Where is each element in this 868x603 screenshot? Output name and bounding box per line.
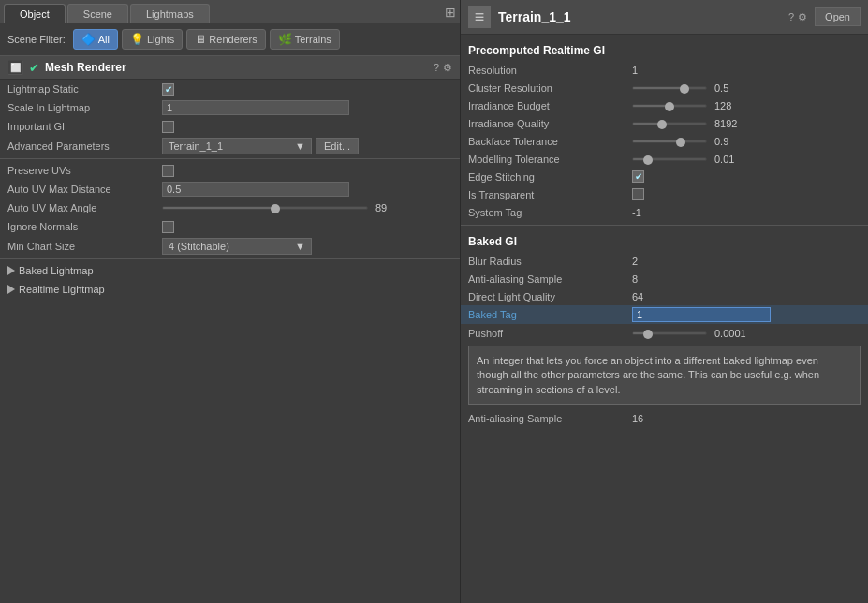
is-transparent-checkbox[interactable] — [632, 188, 644, 200]
cluster-resolution-label: Cluster Resolution — [468, 82, 632, 94]
edit-button[interactable]: Edit... — [316, 138, 359, 154]
gear-icon[interactable]: ⚙ — [443, 62, 452, 74]
min-chart-size-dropdown[interactable]: 4 (Stitchable) ▼ — [162, 238, 312, 255]
help-icon[interactable]: ? — [434, 62, 439, 74]
edge-stitching-checkbox[interactable]: ✔ — [632, 170, 644, 183]
filter-all[interactable]: 🔷 All — [73, 29, 118, 50]
irradiance-quality-track[interactable] — [632, 122, 707, 125]
backface-tolerance-track[interactable] — [632, 140, 707, 143]
modelling-tolerance-label: Modelling Tolerance — [468, 154, 632, 165]
anti-aliasing-sample-16-label: Anti-aliasing Sample — [468, 413, 632, 424]
preserve-uvs-label: Preserve UVs — [7, 165, 162, 176]
open-button[interactable]: Open — [815, 7, 861, 26]
anti-aliasing-sample-16-row: Anti-aliasing Sample 16 — [461, 409, 868, 427]
section-header-icons: ? ⚙ — [434, 62, 452, 74]
scale-in-lightmap-input[interactable] — [162, 100, 349, 115]
baked-lightmap-header[interactable]: Baked Lightmap — [0, 261, 460, 280]
irradiance-budget-track[interactable] — [632, 104, 707, 108]
realtime-lightmap-label: Realtime Lightmap — [19, 284, 105, 295]
min-chart-size-row: Min Chart Size 4 (Stitchable) ▼ — [0, 236, 460, 257]
scale-in-lightmap-label: Scale In Lightmap — [7, 102, 162, 113]
is-transparent-label: Is Transparent — [468, 189, 632, 200]
filter-terrains-label: Terrains — [295, 34, 331, 45]
system-tag-label: System Tag — [468, 207, 632, 218]
irradiance-budget-row: Irradiance Budget 128 — [461, 96, 868, 114]
blur-radius-label: Blur Radius — [468, 256, 632, 267]
important-gi-checkbox[interactable] — [162, 121, 174, 133]
irradiance-quality-label: Irradiance Quality — [468, 118, 632, 129]
cluster-resolution-track[interactable] — [632, 86, 707, 90]
anti-aliasing-sample-value: 8 — [632, 273, 638, 285]
ignore-normals-checkbox[interactable] — [162, 221, 174, 233]
lightmap-static-checkbox[interactable]: ✔ — [162, 83, 174, 96]
backface-tolerance-fill — [633, 140, 681, 142]
right-divider-1 — [461, 225, 868, 226]
cluster-resolution-thumb — [680, 84, 689, 94]
advanced-params-row: Advanced Parameters Terrain_1_1 ▼ Edit..… — [0, 136, 460, 156]
filter-terrains[interactable]: 🌿 Terrains — [270, 29, 340, 50]
auto-uv-angle-slider[interactable]: 89 — [162, 202, 452, 213]
tooltip-text: An integer that lets you force an object… — [477, 355, 819, 395]
cluster-resolution-value: 0.5 — [714, 82, 728, 94]
lightmap-static-row: Lightmap Static ✔ — [0, 80, 460, 98]
cluster-resolution-fill — [633, 87, 684, 89]
scene-filter-label: Scene Filter: — [7, 34, 66, 45]
pushoff-row: Pushoff 0.0001 — [461, 324, 868, 342]
backface-tolerance-value: 0.9 — [714, 136, 728, 147]
filter-all-label: All — [98, 34, 110, 45]
realtime-lightmap-triangle — [7, 285, 15, 294]
baked-tag-input[interactable] — [632, 307, 771, 322]
modelling-tolerance-thumb — [643, 155, 653, 165]
baked-lightmap-label: Baked Lightmap — [19, 265, 94, 276]
resolution-row: Resolution 1 — [461, 61, 868, 79]
scale-in-lightmap-row: Scale In Lightmap — [0, 98, 460, 117]
irradiance-budget-label: Irradiance Budget — [468, 100, 632, 111]
filter-renderers[interactable]: 🖥 Renderers — [186, 29, 265, 50]
tooltip-box: An integer that lets you force an object… — [468, 346, 861, 405]
direct-light-quality-row: Direct Light Quality 64 — [461, 287, 868, 305]
lights-icon: 💡 — [130, 33, 144, 46]
modelling-tolerance-track[interactable] — [632, 157, 707, 161]
edge-stitching-row: Edge Stitching ✔ — [461, 168, 868, 185]
important-gi-label: Important GI — [7, 121, 162, 132]
mesh-renderer-header: 🔲 ✔ Mesh Renderer ? ⚙ — [0, 55, 460, 80]
backface-tolerance-row: Backface Tolerance 0.9 — [461, 132, 868, 150]
pushoff-thumb — [643, 330, 653, 339]
baked-tag-label: Baked Tag — [468, 309, 632, 320]
backface-tolerance-label: Backface Tolerance — [468, 136, 632, 147]
dropdown-arrow: ▼ — [295, 140, 305, 152]
tab-lightmaps[interactable]: Lightmaps — [130, 4, 210, 23]
right-help-icon[interactable]: ? — [788, 11, 794, 23]
right-gear-icon[interactable]: ⚙ — [798, 11, 807, 23]
tab-scene[interactable]: Scene — [67, 4, 128, 23]
pushoff-track[interactable] — [632, 331, 707, 335]
system-tag-value: -1 — [632, 207, 641, 218]
component-checkbox[interactable]: ✔ — [29, 61, 39, 75]
cluster-resolution-row: Cluster Resolution 0.5 — [461, 79, 868, 96]
advanced-params-dropdown[interactable]: Terrain_1_1 ▼ — [162, 138, 312, 154]
realtime-lightmap-header[interactable]: Realtime Lightmap — [0, 280, 460, 299]
terrains-icon: 🌿 — [278, 33, 292, 46]
advanced-params-value: Terrain_1_1 — [169, 140, 223, 152]
preserve-uvs-row: Preserve UVs — [0, 161, 460, 180]
filter-renderers-label: Renderers — [209, 34, 257, 45]
scene-filter-row: Scene Filter: 🔷 All 💡 Lights 🖥 Renderers… — [0, 23, 460, 55]
blur-radius-value: 2 — [632, 256, 638, 267]
blur-radius-row: Blur Radius 2 — [461, 252, 868, 270]
divider-1 — [0, 158, 460, 159]
right-header: ≡ Terrain_1_1 ? ⚙ Open — [461, 0, 868, 35]
advanced-params-label: Advanced Parameters — [7, 140, 162, 152]
precomputed-section-title: Precomputed Realtime GI — [461, 38, 868, 61]
tab-object[interactable]: Object — [4, 4, 66, 23]
auto-uv-angle-fill — [163, 207, 275, 209]
ignore-normals-row: Ignore Normals — [0, 217, 460, 236]
pushoff-label: Pushoff — [468, 328, 632, 339]
irradiance-budget-value: 128 — [714, 100, 731, 111]
preserve-uvs-checkbox[interactable] — [162, 165, 174, 177]
filter-lights[interactable]: 💡 Lights — [122, 29, 183, 50]
auto-uv-distance-input[interactable] — [162, 182, 349, 197]
component-icon: 🔲 — [7, 60, 23, 75]
min-chart-size-label: Min Chart Size — [7, 241, 162, 252]
direct-light-quality-value: 64 — [632, 291, 643, 302]
ignore-normals-label: Ignore Normals — [7, 221, 162, 232]
